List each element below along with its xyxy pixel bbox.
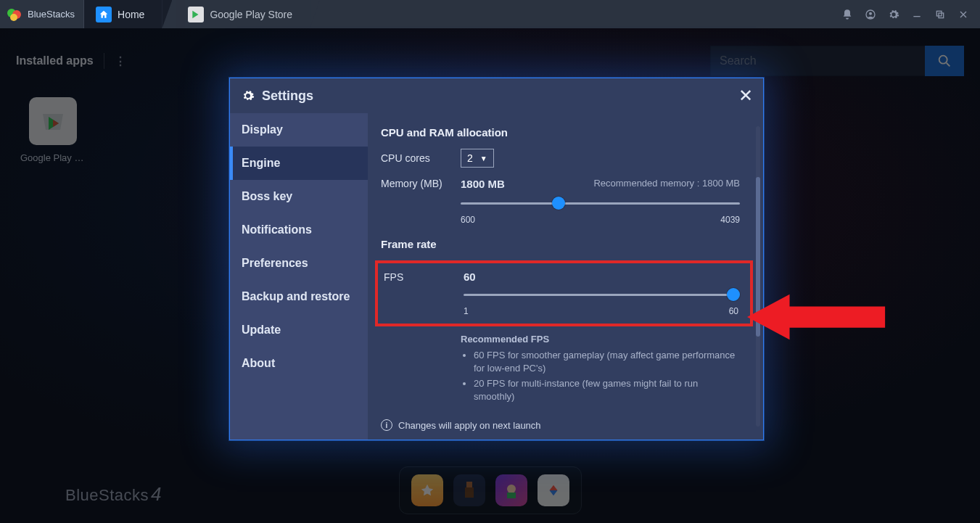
home-icon bbox=[96, 7, 112, 22]
chevron-down-icon: ▼ bbox=[480, 155, 487, 162]
svg-marker-13 bbox=[747, 295, 885, 339]
settings-nav: Display Engine Boss key Notifications Pr… bbox=[230, 113, 368, 440]
account-icon[interactable] bbox=[864, 8, 877, 21]
svg-point-4 bbox=[869, 12, 872, 15]
nav-engine[interactable]: Engine bbox=[230, 147, 368, 180]
pane-scrollbar[interactable] bbox=[756, 126, 760, 427]
play-store-icon bbox=[188, 7, 204, 22]
settings-pane-engine: CPU and RAM allocation CPU cores 2 ▼ Mem… bbox=[368, 113, 763, 440]
cpu-cores-label: CPU cores bbox=[381, 152, 461, 164]
nav-update[interactable]: Update bbox=[230, 313, 368, 347]
fps-slider-handle[interactable] bbox=[727, 288, 740, 301]
info-icon: i bbox=[381, 419, 392, 431]
maximize-button[interactable] bbox=[934, 8, 947, 21]
fps-slider[interactable] bbox=[464, 287, 738, 302]
nav-preferences[interactable]: Preferences bbox=[230, 247, 368, 280]
gear-icon bbox=[242, 89, 255, 102]
tab-google-play[interactable]: Google Play Store bbox=[176, 0, 310, 28]
nav-backup-restore[interactable]: Backup and restore bbox=[230, 280, 368, 313]
svg-rect-5 bbox=[913, 16, 920, 17]
memory-max: 4039 bbox=[720, 215, 740, 225]
nav-about[interactable]: About bbox=[230, 347, 368, 380]
gear-icon[interactable] bbox=[887, 8, 900, 21]
bluestacks-logo-icon bbox=[6, 6, 23, 23]
window-titlebar: BlueStacks Home Google Play Store bbox=[0, 0, 980, 28]
fps-highlight-box: FPS 60 1 60 bbox=[375, 260, 753, 326]
tab-strip: Home Google Play Store bbox=[83, 0, 841, 28]
app-name: BlueStacks bbox=[28, 9, 75, 20]
memory-value: 1800 MB bbox=[461, 178, 505, 190]
minimize-button[interactable] bbox=[910, 8, 923, 21]
bell-icon[interactable] bbox=[841, 8, 854, 21]
fps-label: FPS bbox=[384, 271, 464, 283]
tab-home[interactable]: Home bbox=[83, 0, 162, 28]
memory-slider[interactable] bbox=[461, 196, 740, 210]
footer-note: i Changes will apply on next launch bbox=[381, 419, 541, 431]
section-frame-rate: Frame rate bbox=[381, 238, 760, 250]
window-controls bbox=[841, 8, 977, 21]
cpu-cores-value: 2 bbox=[467, 152, 473, 164]
section-cpu-ram: CPU and RAM allocation bbox=[381, 126, 760, 139]
memory-min: 600 bbox=[461, 215, 475, 225]
tab-label: Google Play Store bbox=[210, 9, 292, 20]
nav-display[interactable]: Display bbox=[230, 113, 368, 147]
nav-notifications[interactable]: Notifications bbox=[230, 213, 368, 247]
footer-note-text: Changes will apply on next launch bbox=[398, 420, 541, 431]
annotation-arrow bbox=[747, 288, 889, 346]
settings-title: Settings bbox=[262, 88, 313, 104]
memory-slider-handle[interactable] bbox=[552, 197, 565, 210]
svg-point-2 bbox=[10, 14, 17, 21]
fps-value: 60 bbox=[464, 271, 476, 283]
recommended-fps-item-1: 60 FPS for smoother gameplay (may affect… bbox=[474, 349, 740, 374]
settings-modal: Settings ✕ Display Engine Boss key Notif… bbox=[229, 78, 764, 440]
tab-label: Home bbox=[118, 9, 144, 20]
recommended-fps-title: Recommended FPS bbox=[461, 334, 740, 345]
memory-label: Memory (MB) bbox=[381, 178, 461, 189]
fps-max: 60 bbox=[729, 306, 738, 316]
close-icon[interactable]: ✕ bbox=[738, 87, 753, 104]
cpu-cores-select[interactable]: 2 ▼ bbox=[461, 149, 494, 168]
close-button[interactable] bbox=[957, 8, 970, 21]
recommended-fps-block: Recommended FPS 60 FPS for smoother game… bbox=[461, 334, 740, 403]
memory-recommended: Recommended memory : 1800 MB bbox=[593, 178, 740, 189]
nav-boss-key[interactable]: Boss key bbox=[230, 180, 368, 213]
settings-header: Settings ✕ bbox=[230, 78, 763, 113]
desktop: Installed apps ⋮ Google Play Store BlueS… bbox=[0, 28, 980, 523]
recommended-fps-item-2: 20 FPS for multi-instance (few games mig… bbox=[474, 377, 740, 403]
fps-min: 1 bbox=[464, 306, 469, 316]
